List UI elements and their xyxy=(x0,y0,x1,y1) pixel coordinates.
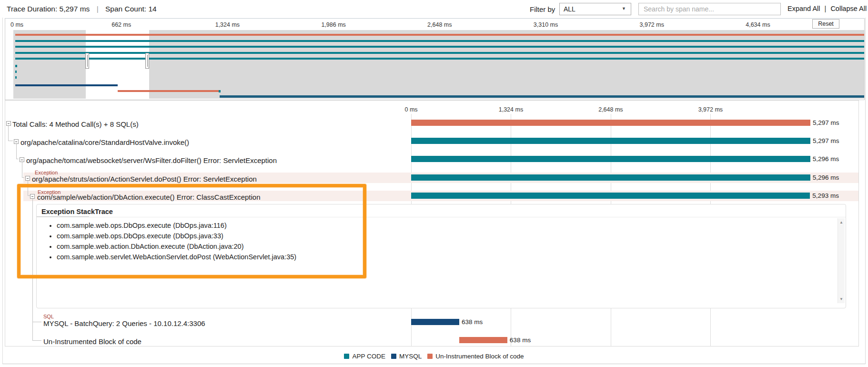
legend-swatch xyxy=(391,354,396,359)
span-label[interactable]: org/apache/catalina/core/StandardHostVal… xyxy=(20,138,189,146)
minimap-bar xyxy=(15,65,17,67)
legend-item[interactable]: Un-Instrumented Block of code xyxy=(427,353,524,360)
tree-connector xyxy=(32,198,33,340)
minimap-bar xyxy=(15,58,864,60)
stacktrace-divider xyxy=(37,217,846,217)
legend-item[interactable]: MYSQL xyxy=(391,353,422,360)
span-label[interactable]: MYSQL - BatchQuery: 2 Queries - 10.10.12… xyxy=(43,319,205,327)
legend-label: APP CODE xyxy=(352,353,385,360)
span-label[interactable]: Un-Instrumented Block of code xyxy=(43,337,141,346)
legend-swatch xyxy=(427,354,433,359)
filter-dropdown[interactable]: ALL ▼ xyxy=(559,3,631,15)
stacktrace-panel: Exception StackTrace com.sample.web.ops.… xyxy=(36,204,846,308)
ruler-tick-label: 3,310 ms xyxy=(534,21,558,28)
reset-button[interactable]: Reset xyxy=(812,19,839,29)
span-count-text: Span Count: 14 xyxy=(105,5,157,13)
span-duration-bar[interactable] xyxy=(411,120,810,126)
expand-collapse-links: Expand All | Collapse All xyxy=(787,5,867,12)
expand-all-link[interactable]: Expand All xyxy=(787,5,820,12)
tree-connector xyxy=(16,159,19,159)
minimap-bar xyxy=(118,90,220,92)
minimap-bar xyxy=(15,46,864,48)
filter-dropdown-value: ALL xyxy=(564,5,575,13)
stacktrace-item: com.sample.web.action.DbAction.execute (… xyxy=(57,243,296,253)
minimap-handle-left[interactable] xyxy=(85,53,89,69)
ruler-tick-label: 4,634 ms xyxy=(746,21,770,28)
minimap-bar xyxy=(15,71,17,73)
span-duration-label: 5,297 ms xyxy=(813,138,839,144)
span-duration-bar[interactable] xyxy=(411,138,810,144)
collapse-toggle[interactable] xyxy=(30,194,35,199)
ruler-tick-label: 3,972 ms xyxy=(640,21,664,28)
span-label[interactable]: org/apache/struts/action/ActionServlet.d… xyxy=(32,175,257,183)
minimap-panel: 0 ms662 ms1,324 ms1,986 ms2,648 ms3,310 … xyxy=(5,18,865,100)
span-duration-bar[interactable] xyxy=(411,319,459,325)
filter-by-label: Filter by xyxy=(530,5,555,13)
span-duration-bar[interactable] xyxy=(411,174,810,181)
span-duration-bar[interactable] xyxy=(459,337,507,343)
ruler-tick-label: 2,648 ms xyxy=(427,21,452,28)
sql-tag: SQL xyxy=(43,314,54,319)
timeline-axis-label: 1,324 ms xyxy=(499,106,523,113)
stacktrace-item: com.sample.web.servlet.WebActionServlet.… xyxy=(57,253,296,264)
tree-connector xyxy=(22,177,24,178)
legend-label: Un-Instrumented Block of code xyxy=(435,353,524,360)
tree-connector xyxy=(8,141,13,141)
trace-viewer-page: Trace Duration: 5,297 ms | Span Count: 1… xyxy=(0,0,868,367)
main-panel: 0 ms1,324 ms2,648 ms3,972 ms Total Calls… xyxy=(5,100,859,347)
chevron-down-icon: ▼ xyxy=(622,6,626,11)
minimap-bar xyxy=(220,95,864,98)
topbar: Trace Duration: 5,297 ms | Span Count: 1… xyxy=(0,0,868,18)
span-duration-bar[interactable] xyxy=(411,156,810,162)
span-duration-bar[interactable] xyxy=(411,193,810,199)
timeline-axis-label: 3,972 ms xyxy=(698,106,723,113)
span-duration-label: 5,293 ms xyxy=(812,193,839,199)
stacktrace-item: com.sample.web.ops.DbOps.execute (DbOps.… xyxy=(57,232,296,243)
links-separator: | xyxy=(825,5,827,12)
tree-connector xyxy=(32,340,41,341)
span-duration-label: 638 ms xyxy=(462,319,483,325)
minimap-bar xyxy=(15,34,864,36)
scroll-down-icon[interactable]: ▼ xyxy=(838,297,845,301)
span-duration-label: 5,297 ms xyxy=(813,120,839,126)
minimap-bar xyxy=(15,76,17,79)
tree-connector xyxy=(28,180,28,195)
ruler-tick-label: 1,986 ms xyxy=(321,21,345,28)
span-duration-label: 5,296 ms xyxy=(813,174,839,181)
tree-connector xyxy=(22,162,22,177)
collapse-toggle[interactable] xyxy=(6,121,11,126)
ruler-tick-label: 0 ms xyxy=(10,21,23,28)
stacktrace-scrollbar[interactable]: ▲ ▼ xyxy=(838,218,845,303)
collapse-toggle[interactable] xyxy=(20,157,24,162)
legend-item[interactable]: APP CODE xyxy=(344,353,385,360)
span-label[interactable]: com/sample/web/action/DbAction.execute()… xyxy=(37,193,261,201)
tree-connector xyxy=(8,126,9,141)
minimap-bar xyxy=(15,84,118,86)
summary-separator: | xyxy=(97,5,99,13)
minimap-bar xyxy=(15,52,864,54)
collapse-toggle[interactable] xyxy=(25,176,30,181)
legend: APP CODEMYSQLUn-Instrumented Block of co… xyxy=(0,351,868,361)
stacktrace-item: com.sample.web.ops.DbOps.execute (DbOps.… xyxy=(57,222,296,232)
minimap-bar xyxy=(219,90,220,93)
trace-summary: Trace Duration: 5,297 ms | Span Count: 1… xyxy=(7,5,157,13)
scroll-up-icon[interactable]: ▲ xyxy=(838,220,845,224)
minimap-handle-right[interactable] xyxy=(145,53,149,69)
stacktrace-title: Exception StackTrace xyxy=(41,208,113,215)
collapse-toggle[interactable] xyxy=(14,139,19,144)
trace-duration-text: Trace Duration: 5,297 ms xyxy=(7,5,90,13)
tree-connector xyxy=(32,322,41,322)
ruler-tick-label: 1,324 ms xyxy=(215,21,240,28)
stacktrace-list: com.sample.web.ops.DbOps.execute (DbOps.… xyxy=(57,222,296,264)
span-label[interactable]: org/apache/tomcat/websocket/server/WsFil… xyxy=(26,156,277,164)
span-label[interactable]: Total Calls: 4 Method Call(s) + 8 SQL(s) xyxy=(12,120,139,128)
collapse-all-link[interactable]: Collapse All xyxy=(830,5,867,12)
timeline-axis-label: 0 ms xyxy=(404,106,417,113)
ruler-tick-label: 662 ms xyxy=(111,21,131,28)
timeline-axis-label: 2,648 ms xyxy=(598,106,623,113)
span-duration-label: 5,296 ms xyxy=(813,156,839,162)
tree-connector xyxy=(16,144,17,159)
legend-label: MYSQL xyxy=(399,353,422,360)
legend-swatch xyxy=(344,354,349,359)
span-search-input[interactable] xyxy=(638,3,781,15)
